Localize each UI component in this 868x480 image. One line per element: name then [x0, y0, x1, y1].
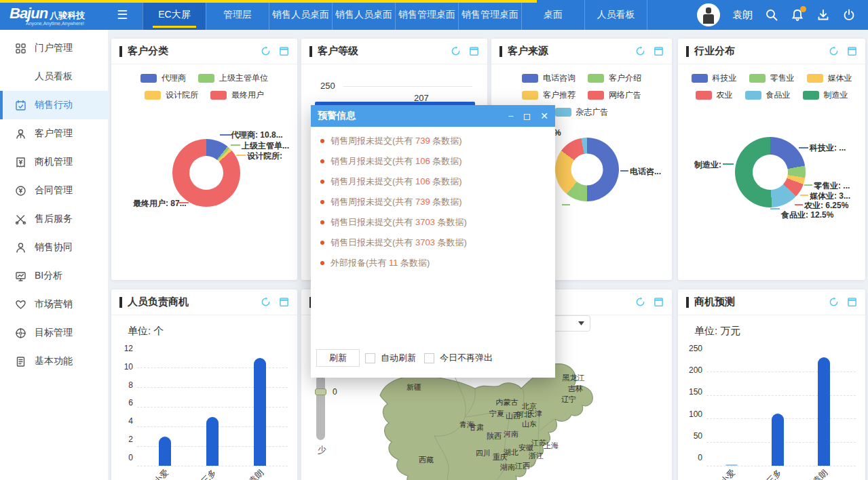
- sidebar-item-label: 销售协同: [35, 241, 73, 254]
- expand-icon[interactable]: [847, 46, 857, 56]
- bar[interactable]: [159, 437, 171, 466]
- legend-item[interactable]: 农业: [696, 89, 733, 101]
- expand-icon[interactable]: [469, 46, 479, 56]
- sidebar-item-opportunity-mgmt[interactable]: 商机管理: [0, 148, 108, 176]
- donut-chart-customer-source[interactable]: [555, 138, 619, 201]
- legend-item[interactable]: 科技业: [692, 73, 737, 84]
- sidebar-item-label: 市场营销: [35, 298, 73, 311]
- minimize-icon[interactable]: −: [508, 111, 513, 121]
- bar[interactable]: [206, 417, 219, 466]
- card-personnel-opportunity: 人员负责商机 单位: 个 121086420 小爱 三多 袁朗: [111, 289, 297, 480]
- warning-item[interactable]: 销售周报未提交(共有 739 条数据): [320, 196, 546, 208]
- card-title: 客户来源: [508, 45, 548, 58]
- legend-item[interactable]: 最终用户: [210, 89, 264, 101]
- legend-item[interactable]: 媒体业: [807, 73, 852, 84]
- tab-management[interactable]: 管理层: [206, 0, 269, 30]
- tab-desktop[interactable]: 桌面: [521, 0, 584, 30]
- maximize-icon[interactable]: ◻: [523, 111, 531, 121]
- sidebar-item-sales-collab[interactable]: 销售协同: [0, 233, 108, 262]
- app-logo[interactable]: Bajun 八骏科技 Anyone,Anytime,Anywhere!: [0, 0, 110, 30]
- legend-item[interactable]: 零售业: [749, 73, 795, 84]
- legend-item[interactable]: 食品业: [745, 89, 791, 101]
- refresh-icon[interactable]: [635, 297, 645, 307]
- modal-titlebar[interactable]: 预警信息 − ◻ ✕: [311, 105, 555, 127]
- bar[interactable]: [772, 414, 784, 466]
- svg-text:内蒙古: 内蒙古: [496, 398, 518, 406]
- search-icon[interactable]: [765, 8, 778, 22]
- no-popup-today-checkbox[interactable]: [424, 353, 434, 363]
- tab-sales-mgmt-desktop-1[interactable]: 销售管理桌面: [395, 0, 458, 30]
- china-landmass[interactable]: [380, 364, 592, 480]
- refresh-icon[interactable]: [635, 46, 645, 56]
- sidebar-item-target-mgmt[interactable]: 目标管理: [0, 319, 108, 347]
- download-icon[interactable]: [816, 8, 830, 22]
- title-accent-bar: [499, 46, 502, 57]
- warning-item[interactable]: 销售月报未提交(共有 106 条数据): [320, 176, 546, 188]
- donut-label: 科技业: ...: [810, 142, 846, 154]
- expand-icon[interactable]: [279, 297, 289, 307]
- sidebar-item-basic-functions[interactable]: 基本功能: [0, 347, 108, 376]
- warning-item[interactable]: 销售日报未提交(共有 3703 条数据): [320, 216, 546, 228]
- legend-item[interactable]: 客户推荐: [522, 89, 575, 101]
- close-icon[interactable]: ✕: [540, 111, 548, 121]
- sidebar-item-contract-mgmt[interactable]: 合同管理: [0, 176, 108, 205]
- heart-icon: [15, 299, 26, 311]
- refresh-icon[interactable]: [829, 46, 839, 56]
- card-title: 客户分类: [128, 45, 168, 58]
- warning-item[interactable]: 外部报备(共有 11 条数据): [320, 257, 546, 269]
- label-connector: [795, 204, 803, 205]
- tab-ec-screen[interactable]: EC大屏: [143, 0, 206, 30]
- warning-item[interactable]: 销售日报未提交(共有 3703 条数据): [320, 237, 546, 249]
- map-slider-handle[interactable]: [315, 388, 326, 395]
- expand-icon[interactable]: [654, 297, 664, 307]
- auto-refresh-checkbox[interactable]: [365, 353, 375, 363]
- sidebar-item-portal[interactable]: 门户管理: [0, 34, 108, 62]
- power-icon[interactable]: [842, 8, 856, 22]
- bar[interactable]: [254, 358, 266, 466]
- bar[interactable]: [818, 357, 830, 466]
- warning-item[interactable]: 销售月报未提交(共有 106 条数据): [320, 155, 546, 167]
- label-connector: [770, 208, 780, 209]
- legend-item[interactable]: 网络广告: [588, 89, 641, 101]
- title-accent-bar: [686, 46, 689, 57]
- tab-personnel-board[interactable]: 人员看板: [584, 0, 647, 30]
- refresh-icon[interactable]: [451, 46, 461, 56]
- refresh-button[interactable]: 刷新: [316, 349, 360, 367]
- sidebar-item-sales-action[interactable]: 销售行动: [0, 91, 108, 119]
- tab-sales-mgmt-desktop-2[interactable]: 销售管理桌面: [458, 0, 521, 30]
- sidebar-item-personnel-board[interactable]: 人员看板: [0, 62, 108, 91]
- refresh-icon[interactable]: [261, 297, 271, 307]
- map-heat-slider[interactable]: [316, 375, 325, 440]
- legend-item[interactable]: 上级主管单位: [198, 73, 268, 84]
- label-connector: [723, 163, 734, 165]
- refresh-icon[interactable]: [829, 297, 839, 307]
- bullet-dot: [320, 159, 324, 163]
- expand-icon[interactable]: [847, 297, 857, 307]
- user-avatar[interactable]: [697, 3, 720, 26]
- sidebar-item-customer-mgmt[interactable]: 客户管理: [0, 119, 108, 148]
- legend-item[interactable]: 客户介绍: [588, 73, 641, 84]
- person-icon: [15, 242, 26, 254]
- notification-bell-icon[interactable]: [791, 8, 804, 22]
- document-icon: [15, 356, 26, 367]
- legend-item[interactable]: 代理商: [140, 73, 186, 84]
- sidebar-item-marketing[interactable]: 市场营销: [0, 290, 108, 319]
- tab-sales-desktop-2[interactable]: 销售人员桌面: [332, 0, 395, 30]
- legend-item[interactable]: 杂志广告: [555, 106, 609, 118]
- donut-chart-customer-category[interactable]: [172, 139, 240, 207]
- hamburger-menu-icon[interactable]: ☰: [110, 0, 134, 30]
- sidebar-item-bi-analysis[interactable]: BI分析: [0, 262, 108, 290]
- china-map[interactable]: 新疆 黑龙江 吉林 辽宁 内蒙古 北京 天津 宁夏 山西 河北 山东 青海 甘肃…: [366, 363, 652, 480]
- sidebar-item-after-sales[interactable]: 售后服务: [0, 205, 108, 233]
- legend-item[interactable]: 电话咨询: [522, 73, 575, 84]
- warning-item[interactable]: 销售周报未提交(共有 739 条数据): [320, 135, 546, 147]
- legend: 代理商 上级主管单位 设计院所 最终用户: [111, 64, 297, 101]
- bar[interactable]: [725, 464, 738, 466]
- expand-icon[interactable]: [279, 46, 289, 56]
- expand-icon[interactable]: [654, 46, 664, 56]
- legend-item[interactable]: 设计院所: [145, 89, 198, 101]
- legend-item[interactable]: 制造业: [803, 89, 848, 101]
- donut-chart-industry[interactable]: [735, 137, 806, 207]
- tab-sales-desktop-1[interactable]: 销售人员桌面: [269, 0, 332, 30]
- refresh-icon[interactable]: [261, 46, 271, 56]
